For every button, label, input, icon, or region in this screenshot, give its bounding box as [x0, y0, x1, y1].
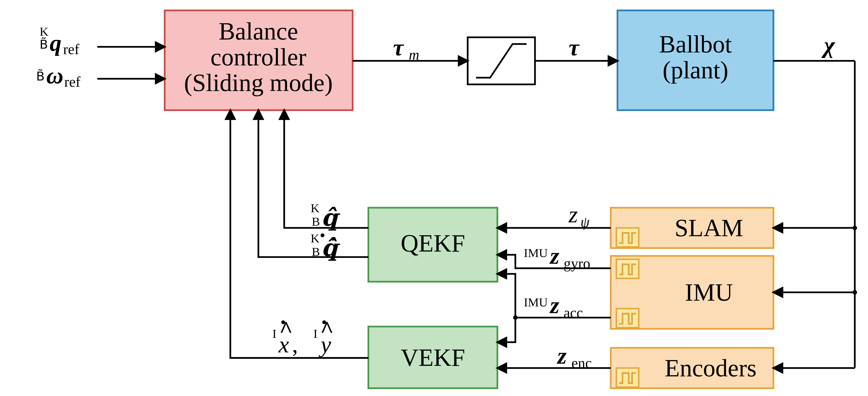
ballbot-line2: (plant) — [662, 56, 728, 84]
comma: , — [292, 331, 298, 357]
zenc-sub: enc — [571, 355, 592, 371]
omegaref-body: ω — [46, 62, 63, 89]
qhat-pre-bot: B — [312, 214, 320, 228]
qhat-pre-top: K — [311, 201, 319, 215]
balance-line1: Balance — [219, 18, 298, 45]
omegaref-pre: B̃ — [36, 69, 44, 83]
xhat-dot: · — [280, 309, 286, 335]
ydot-pre: I — [313, 327, 317, 340]
xdot-pre: I — [272, 327, 276, 340]
chi-body: χ — [821, 32, 835, 58]
taum-sub: m — [409, 47, 420, 63]
zpsi-body: z — [568, 201, 578, 227]
zpsi-sub: ψ — [581, 214, 590, 230]
junction — [852, 226, 857, 230]
zenc-body: z — [557, 342, 567, 369]
taum-body: τ — [393, 34, 404, 60]
qdothat-pre-top: K — [311, 231, 319, 245]
enc-pulse-box — [616, 368, 639, 387]
zgyro-body: z — [549, 243, 559, 269]
encoders-label: Encoders — [665, 354, 756, 382]
tau-body: τ — [569, 34, 580, 60]
junction — [513, 315, 518, 320]
zgyro-pre: IMU — [524, 246, 548, 260]
qref-sub: ref — [63, 41, 80, 57]
zacc-sub: acc — [564, 305, 583, 321]
balance-line3: (Sliding mode) — [184, 69, 333, 97]
imu-label: IMU — [685, 278, 733, 306]
vekf-label: VEKF — [401, 344, 465, 371]
balance-line2: controller — [211, 43, 306, 71]
zacc-body: z — [549, 292, 559, 318]
qref-pre-bot: B̃ — [39, 37, 48, 51]
zgyro-sub: gyro — [564, 255, 590, 271]
qref-body: q — [50, 30, 61, 56]
imu-pulse-box2 — [616, 308, 639, 328]
ballbot-line1: Ballbot — [659, 30, 732, 58]
qdothat-pre-bot: B — [312, 245, 320, 259]
qref-pre-top: K — [39, 25, 49, 38]
block-diagram: Balance controller (Sliding mode) Ballbo… — [5, 5, 863, 396]
junction — [852, 290, 857, 295]
imu-pulse-box1 — [616, 259, 639, 278]
qdothat-body: q̂̇ — [321, 235, 340, 261]
wire-xydothat — [230, 110, 369, 358]
yhat-dot: · — [321, 309, 327, 335]
slam-pulse-box — [616, 228, 639, 247]
slam-label: SLAM — [675, 214, 743, 241]
qekf-label: QEKF — [401, 230, 465, 257]
wire-zacc-vekf — [497, 318, 515, 342]
zacc-pre: IMU — [524, 295, 548, 309]
omegaref-sub: ref — [64, 74, 81, 90]
